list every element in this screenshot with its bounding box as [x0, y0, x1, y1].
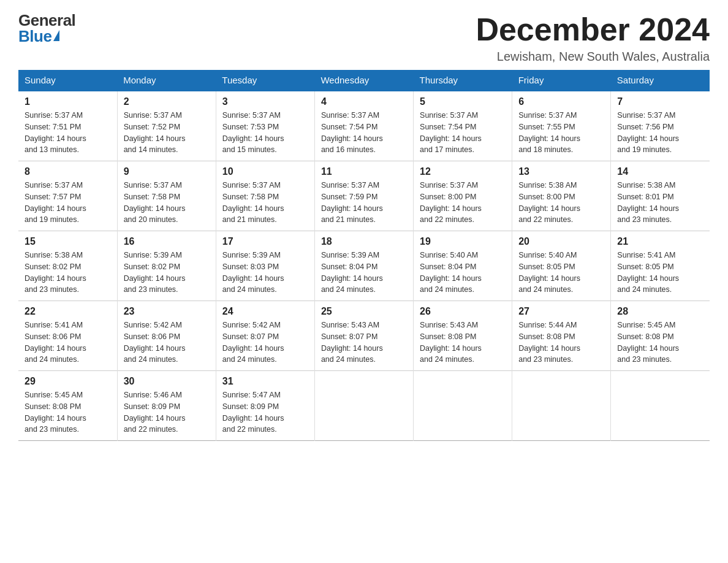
day-info: Sunrise: 5:40 AM Sunset: 8:05 PM Dayligh…: [518, 250, 604, 296]
day-number: 18: [321, 236, 407, 247]
day-number: 22: [25, 306, 111, 317]
calendar-week-3: 15 Sunrise: 5:38 AM Sunset: 8:02 PM Dayl…: [18, 231, 710, 301]
day-info: Sunrise: 5:46 AM Sunset: 8:09 PM Dayligh…: [124, 389, 210, 435]
day-info: Sunrise: 5:37 AM Sunset: 7:57 PM Dayligh…: [25, 180, 111, 226]
day-number: 11: [321, 166, 407, 177]
day-info: Sunrise: 5:37 AM Sunset: 8:00 PM Dayligh…: [420, 180, 506, 226]
day-info: Sunrise: 5:39 AM Sunset: 8:03 PM Dayligh…: [222, 250, 308, 296]
calendar-cell: 7 Sunrise: 5:37 AM Sunset: 7:56 PM Dayli…: [611, 91, 710, 161]
day-number: 2: [124, 96, 210, 107]
day-number: 31: [222, 376, 308, 387]
calendar-cell: 14 Sunrise: 5:38 AM Sunset: 8:01 PM Dayl…: [611, 161, 710, 231]
day-number: 9: [124, 166, 210, 177]
calendar-cell: 10 Sunrise: 5:37 AM Sunset: 7:58 PM Dayl…: [216, 161, 314, 231]
logo-triangle-icon: [53, 30, 59, 41]
day-info: Sunrise: 5:37 AM Sunset: 7:58 PM Dayligh…: [124, 180, 210, 226]
weekday-header-sunday: Sunday: [18, 70, 117, 91]
day-number: 28: [617, 306, 703, 317]
day-number: 4: [321, 96, 407, 107]
calendar-cell: 26 Sunrise: 5:43 AM Sunset: 8:08 PM Dayl…: [414, 301, 512, 371]
calendar-cell: 30 Sunrise: 5:46 AM Sunset: 8:09 PM Dayl…: [117, 371, 216, 441]
day-info: Sunrise: 5:42 AM Sunset: 8:07 PM Dayligh…: [222, 320, 308, 366]
calendar-cell: [314, 371, 413, 441]
calendar-cell: 2 Sunrise: 5:37 AM Sunset: 7:52 PM Dayli…: [117, 91, 216, 161]
day-info: Sunrise: 5:43 AM Sunset: 8:07 PM Dayligh…: [321, 320, 407, 366]
calendar-week-4: 22 Sunrise: 5:41 AM Sunset: 8:06 PM Dayl…: [18, 301, 710, 371]
calendar-cell: 24 Sunrise: 5:42 AM Sunset: 8:07 PM Dayl…: [216, 301, 314, 371]
calendar-cell: 20 Sunrise: 5:40 AM Sunset: 8:05 PM Dayl…: [512, 231, 611, 301]
calendar-cell: [611, 371, 710, 441]
calendar-cell: 17 Sunrise: 5:39 AM Sunset: 8:03 PM Dayl…: [216, 231, 314, 301]
day-info: Sunrise: 5:37 AM Sunset: 7:55 PM Dayligh…: [518, 110, 604, 156]
day-number: 13: [518, 166, 604, 177]
calendar-week-5: 29 Sunrise: 5:45 AM Sunset: 8:08 PM Dayl…: [18, 371, 710, 441]
day-number: 25: [321, 306, 407, 317]
day-info: Sunrise: 5:40 AM Sunset: 8:04 PM Dayligh…: [420, 250, 506, 296]
calendar-cell: 9 Sunrise: 5:37 AM Sunset: 7:58 PM Dayli…: [117, 161, 216, 231]
day-number: 8: [25, 166, 111, 177]
logo-blue: Blue: [18, 28, 51, 44]
day-number: 15: [25, 236, 111, 247]
day-info: Sunrise: 5:37 AM Sunset: 7:54 PM Dayligh…: [420, 110, 506, 156]
day-number: 16: [124, 236, 210, 247]
calendar-cell: 22 Sunrise: 5:41 AM Sunset: 8:06 PM Dayl…: [18, 301, 117, 371]
day-info: Sunrise: 5:44 AM Sunset: 8:08 PM Dayligh…: [518, 320, 604, 366]
day-info: Sunrise: 5:37 AM Sunset: 7:56 PM Dayligh…: [617, 110, 703, 156]
calendar-cell: 31 Sunrise: 5:47 AM Sunset: 8:09 PM Dayl…: [216, 371, 314, 441]
calendar-cell: 21 Sunrise: 5:41 AM Sunset: 8:05 PM Dayl…: [611, 231, 710, 301]
calendar-cell: 6 Sunrise: 5:37 AM Sunset: 7:55 PM Dayli…: [512, 91, 611, 161]
day-number: 20: [518, 236, 604, 247]
calendar-cell: 18 Sunrise: 5:39 AM Sunset: 8:04 PM Dayl…: [314, 231, 413, 301]
day-number: 19: [420, 236, 506, 247]
day-info: Sunrise: 5:37 AM Sunset: 7:53 PM Dayligh…: [222, 110, 308, 156]
day-info: Sunrise: 5:37 AM Sunset: 7:59 PM Dayligh…: [321, 180, 407, 226]
calendar-cell: 1 Sunrise: 5:37 AM Sunset: 7:51 PM Dayli…: [18, 91, 117, 161]
logo-text: General Blue: [18, 12, 75, 44]
calendar-cell: [512, 371, 611, 441]
day-info: Sunrise: 5:38 AM Sunset: 8:02 PM Dayligh…: [25, 250, 111, 296]
day-number: 6: [518, 96, 604, 107]
day-number: 24: [222, 306, 308, 317]
calendar-cell: 28 Sunrise: 5:45 AM Sunset: 8:08 PM Dayl…: [611, 301, 710, 371]
day-info: Sunrise: 5:39 AM Sunset: 8:02 PM Dayligh…: [124, 250, 210, 296]
calendar-cell: 16 Sunrise: 5:39 AM Sunset: 8:02 PM Dayl…: [117, 231, 216, 301]
calendar-cell: 19 Sunrise: 5:40 AM Sunset: 8:04 PM Dayl…: [414, 231, 512, 301]
calendar-body: 1 Sunrise: 5:37 AM Sunset: 7:51 PM Dayli…: [18, 91, 710, 441]
logo: General Blue: [18, 12, 75, 44]
day-info: Sunrise: 5:43 AM Sunset: 8:08 PM Dayligh…: [420, 320, 506, 366]
location: Lewisham, New South Wales, Australia: [476, 50, 710, 64]
weekday-header-tuesday: Tuesday: [216, 70, 314, 91]
calendar-table: SundayMondayTuesdayWednesdayThursdayFrid…: [18, 70, 710, 441]
day-number: 7: [617, 96, 703, 107]
day-number: 12: [420, 166, 506, 177]
day-number: 21: [617, 236, 703, 247]
day-info: Sunrise: 5:41 AM Sunset: 8:06 PM Dayligh…: [25, 320, 111, 366]
day-info: Sunrise: 5:37 AM Sunset: 7:51 PM Dayligh…: [25, 110, 111, 156]
calendar-cell: 3 Sunrise: 5:37 AM Sunset: 7:53 PM Dayli…: [216, 91, 314, 161]
day-info: Sunrise: 5:38 AM Sunset: 8:00 PM Dayligh…: [518, 180, 604, 226]
calendar-cell: 15 Sunrise: 5:38 AM Sunset: 8:02 PM Dayl…: [18, 231, 117, 301]
calendar-cell: 4 Sunrise: 5:37 AM Sunset: 7:54 PM Dayli…: [314, 91, 413, 161]
day-number: 1: [25, 96, 111, 107]
weekday-row: SundayMondayTuesdayWednesdayThursdayFrid…: [18, 70, 710, 91]
weekday-header-monday: Monday: [117, 70, 216, 91]
day-info: Sunrise: 5:45 AM Sunset: 8:08 PM Dayligh…: [617, 320, 703, 366]
day-number: 23: [124, 306, 210, 317]
page-header: General Blue December 2024 Lewisham, New…: [18, 12, 710, 64]
month-title: December 2024: [476, 12, 710, 47]
calendar-cell: 13 Sunrise: 5:38 AM Sunset: 8:00 PM Dayl…: [512, 161, 611, 231]
calendar-cell: 27 Sunrise: 5:44 AM Sunset: 8:08 PM Dayl…: [512, 301, 611, 371]
calendar-cell: 11 Sunrise: 5:37 AM Sunset: 7:59 PM Dayl…: [314, 161, 413, 231]
day-info: Sunrise: 5:42 AM Sunset: 8:06 PM Dayligh…: [124, 320, 210, 366]
weekday-header-wednesday: Wednesday: [314, 70, 413, 91]
calendar-cell: 8 Sunrise: 5:37 AM Sunset: 7:57 PM Dayli…: [18, 161, 117, 231]
day-info: Sunrise: 5:37 AM Sunset: 7:52 PM Dayligh…: [124, 110, 210, 156]
weekday-header-saturday: Saturday: [611, 70, 710, 91]
calendar-header: SundayMondayTuesdayWednesdayThursdayFrid…: [18, 70, 710, 91]
day-number: 26: [420, 306, 506, 317]
calendar-week-2: 8 Sunrise: 5:37 AM Sunset: 7:57 PM Dayli…: [18, 161, 710, 231]
day-info: Sunrise: 5:39 AM Sunset: 8:04 PM Dayligh…: [321, 250, 407, 296]
day-number: 29: [25, 376, 111, 387]
title-block: December 2024 Lewisham, New South Wales,…: [476, 12, 710, 64]
calendar-cell: 5 Sunrise: 5:37 AM Sunset: 7:54 PM Dayli…: [414, 91, 512, 161]
